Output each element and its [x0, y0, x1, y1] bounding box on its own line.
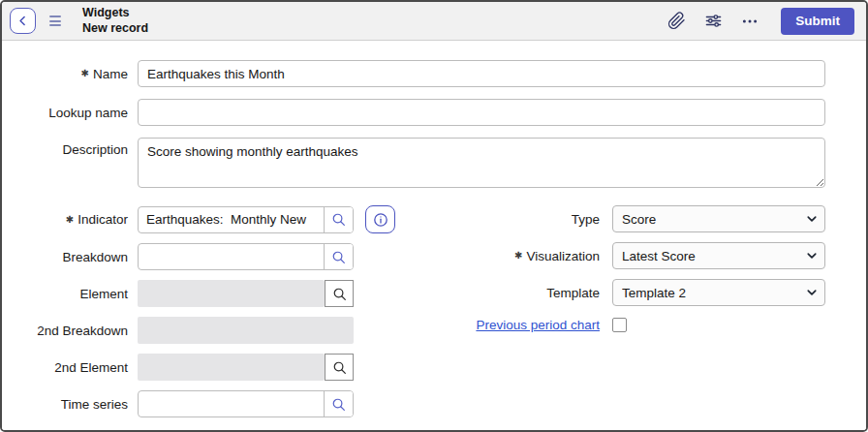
- breakdown-label: Breakdown: [12, 250, 128, 264]
- indicator-input[interactable]: [139, 207, 324, 232]
- search-icon: [331, 250, 346, 264]
- time-series-label: Time series: [12, 397, 128, 412]
- required-marker: ✱: [66, 215, 74, 225]
- template-row: Template Template 2: [436, 279, 825, 306]
- paperclip-icon: [667, 12, 686, 30]
- second-element-row: 2nd Element: [12, 354, 436, 381]
- search-icon: [332, 360, 347, 375]
- element-input-disabled: [138, 280, 325, 307]
- second-element-reference-field-disabled: [138, 354, 354, 381]
- type-row: Type Score: [436, 205, 825, 232]
- page-title-table: Widgets: [82, 6, 148, 21]
- second-element-label: 2nd Element: [12, 360, 128, 375]
- page-title: Widgets New record: [82, 6, 148, 36]
- previous-period-chart-link[interactable]: Previous period chart: [476, 317, 600, 334]
- indicator-preview-button[interactable]: [365, 205, 395, 233]
- element-lookup-button[interactable]: [325, 280, 354, 307]
- form-context-menu-button[interactable]: [49, 15, 61, 26]
- name-label: ✱ Name: [12, 67, 128, 81]
- indicator-label: ✱ Indicator: [12, 212, 128, 227]
- type-label: Type: [436, 212, 600, 227]
- indicator-reference-field: [138, 206, 354, 233]
- more-ellipsis-icon: [741, 13, 759, 30]
- time-series-row: Time series: [12, 390, 436, 417]
- description-row: Description Score showing monthly earthq…: [12, 138, 825, 188]
- time-series-reference-field: [138, 390, 354, 417]
- description-label: Description: [12, 138, 128, 157]
- indicator-row: ✱ Indicator: [12, 205, 436, 233]
- page-title-record: New record: [82, 21, 148, 37]
- previous-period-chart-checkbox[interactable]: [612, 318, 627, 332]
- left-column: ✱ Indicator: [12, 205, 436, 427]
- back-button[interactable]: [10, 8, 36, 34]
- breakdown-reference-field: [138, 243, 354, 270]
- breakdown-input[interactable]: [139, 244, 324, 269]
- time-series-lookup-button[interactable]: [324, 391, 353, 417]
- breakdown-lookup-button[interactable]: [324, 244, 353, 269]
- sliders-icon: [704, 12, 723, 30]
- form-header: Widgets New record: [2, 2, 866, 41]
- lookup-name-row: Lookup name: [12, 99, 825, 126]
- search-icon: [331, 397, 346, 412]
- lookup-name-input[interactable]: [138, 99, 825, 126]
- visualization-select[interactable]: Latest Score: [612, 242, 825, 269]
- search-icon: [332, 287, 347, 301]
- template-label: Template: [436, 286, 600, 300]
- second-breakdown-input-disabled: [138, 317, 354, 344]
- type-select[interactable]: Score: [612, 205, 825, 232]
- second-element-input-disabled: [138, 354, 325, 381]
- submit-button[interactable]: Submit: [781, 8, 854, 35]
- hamburger-icon: [49, 15, 61, 26]
- form-body: ✱ Name Lookup name Description Score sho…: [2, 41, 866, 430]
- visualization-label: ✱ Visualization: [436, 249, 600, 263]
- previous-period-chart-label-cell: Previous period chart: [436, 316, 600, 334]
- header-actions: Submit: [665, 8, 854, 35]
- description-textarea[interactable]: Score showing monthly earthquakes: [138, 138, 825, 188]
- required-marker: ✱: [81, 69, 89, 78]
- search-icon: [331, 212, 346, 227]
- lookup-name-label: Lookup name: [12, 106, 128, 120]
- more-actions-button[interactable]: [738, 10, 761, 33]
- chevron-left-icon: [16, 15, 29, 27]
- required-marker: ✱: [514, 251, 522, 261]
- type-select-control[interactable]: Score: [612, 205, 825, 232]
- element-row: Element: [12, 280, 436, 307]
- form-columns: ✱ Indicator: [12, 205, 825, 427]
- second-breakdown-row: 2nd Breakdown: [12, 317, 436, 344]
- time-series-input[interactable]: [139, 391, 324, 417]
- right-column: Type Score ✱ Visualization: [436, 205, 825, 427]
- personalize-form-button[interactable]: [701, 10, 725, 33]
- name-input[interactable]: [138, 60, 825, 87]
- element-reference-field-disabled: [138, 280, 354, 307]
- record-form-window: Widgets New record: [0, 0, 868, 432]
- second-element-lookup-button[interactable]: [325, 354, 354, 381]
- info-icon: [373, 212, 388, 228]
- template-select-control[interactable]: Template 2: [612, 279, 825, 306]
- indicator-lookup-button[interactable]: [324, 207, 353, 232]
- visualization-select-control[interactable]: Latest Score: [612, 242, 825, 269]
- visualization-row: ✱ Visualization Latest Score: [436, 242, 825, 269]
- previous-period-chart-row: Previous period chart: [436, 316, 825, 334]
- name-row: ✱ Name: [12, 60, 825, 87]
- attachments-button[interactable]: [665, 10, 688, 33]
- second-breakdown-label: 2nd Breakdown: [12, 324, 128, 338]
- element-label: Element: [12, 287, 128, 301]
- breakdown-row: Breakdown: [12, 243, 436, 270]
- template-select[interactable]: Template 2: [612, 279, 825, 306]
